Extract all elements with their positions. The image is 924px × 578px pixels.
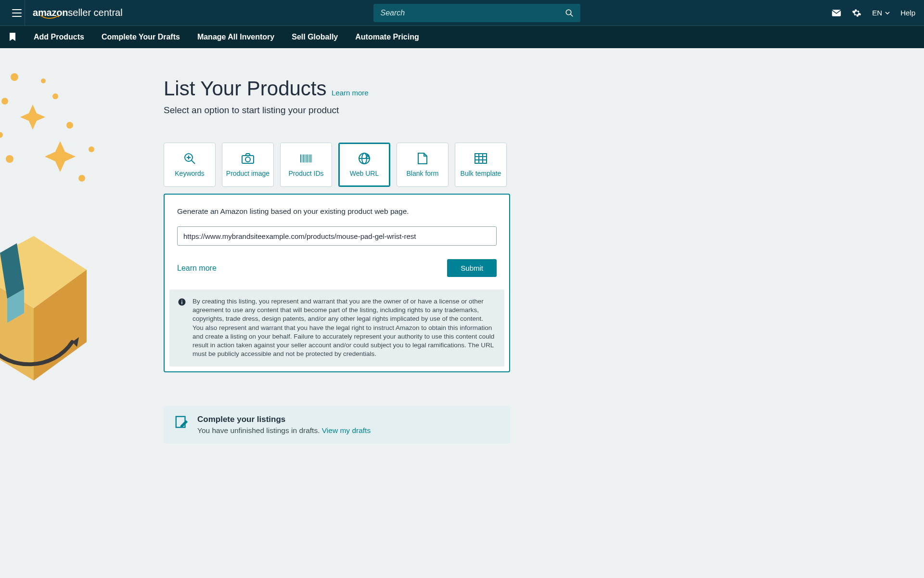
complete-sub: You have unfinished listings in drafts. … [197, 426, 371, 435]
view-drafts-link[interactable]: View my drafts [322, 426, 371, 434]
search-input[interactable] [373, 9, 558, 17]
svg-marker-16 [0, 243, 24, 299]
svg-point-23 [245, 157, 250, 162]
svg-line-19 [192, 160, 195, 164]
web-url-panel: Generate an Amazon listing based on your… [164, 194, 510, 372]
language-selector[interactable]: EN [872, 9, 890, 17]
svg-point-4 [11, 73, 18, 81]
option-label: Keywords [175, 170, 204, 177]
mail-button[interactable] [832, 9, 841, 17]
barcode-icon [300, 152, 312, 165]
logo[interactable]: amazon seller central [33, 7, 123, 18]
url-input[interactable] [177, 226, 497, 246]
svg-rect-25 [302, 155, 303, 163]
svg-point-12 [78, 175, 85, 182]
svg-rect-28 [307, 155, 308, 163]
nav-complete-drafts[interactable]: Complete Your Drafts [102, 33, 180, 41]
info-icon [178, 298, 186, 306]
complete-listings-card: Complete your listings You have unfinish… [164, 406, 510, 444]
bookmark-icon[interactable] [9, 32, 16, 42]
option-bulk-template[interactable]: Bulk template [455, 143, 507, 187]
decorative-illustration [0, 67, 125, 405]
svg-rect-31 [311, 155, 312, 163]
svg-rect-43 [181, 302, 182, 304]
submit-button[interactable]: Submit [447, 259, 497, 277]
form-prompt: Generate an Amazon listing based on your… [177, 207, 497, 216]
search-icon [565, 9, 574, 17]
search-button[interactable] [558, 4, 580, 22]
settings-button[interactable] [852, 8, 861, 18]
svg-point-10 [6, 155, 13, 163]
document-icon [416, 152, 429, 165]
learn-more-top-link[interactable]: Learn more [332, 89, 369, 97]
svg-rect-36 [475, 154, 487, 163]
menu-button[interactable] [9, 0, 25, 26]
svg-rect-27 [305, 155, 306, 163]
globe-icon [358, 152, 371, 165]
complete-title: Complete your listings [197, 415, 371, 424]
gear-icon [852, 8, 861, 18]
logo-suffix: seller central [68, 7, 122, 18]
language-label: EN [872, 9, 882, 17]
disclaimer-text: By creating this listing, you represent … [192, 297, 496, 359]
svg-line-1 [571, 14, 573, 16]
svg-point-11 [89, 146, 94, 152]
svg-point-5 [41, 79, 46, 83]
option-product-image[interactable]: Product image [222, 143, 274, 187]
svg-marker-17 [7, 289, 24, 323]
svg-marker-15 [34, 270, 87, 381]
option-label: Product image [226, 170, 270, 177]
page-subtitle: Select an option to start listing your p… [164, 105, 510, 116]
search-box [373, 4, 580, 22]
page-title: List Your Products [164, 77, 327, 100]
svg-point-6 [1, 98, 8, 105]
svg-marker-13 [0, 236, 87, 308]
camera-icon [242, 152, 254, 165]
sub-nav: Add Products Complete Your Drafts Manage… [0, 26, 924, 48]
svg-rect-24 [300, 155, 301, 163]
svg-rect-29 [308, 155, 309, 163]
option-keywords[interactable]: Keywords [164, 143, 216, 187]
svg-rect-30 [309, 155, 310, 163]
svg-marker-14 [0, 270, 34, 381]
nav-manage-inventory[interactable]: Manage All Inventory [197, 33, 274, 41]
option-label: Product IDs [288, 170, 323, 177]
option-web-url[interactable]: Web URL [338, 143, 390, 187]
svg-rect-26 [303, 155, 304, 163]
chevron-down-icon [885, 12, 890, 14]
option-label: Web URL [350, 170, 379, 177]
option-product-ids[interactable]: Product IDs [280, 143, 332, 187]
svg-rect-42 [181, 300, 182, 301]
help-link[interactable]: Help [900, 9, 915, 17]
option-blank-form[interactable]: Blank form [397, 143, 449, 187]
amazon-smile-icon [39, 15, 62, 20]
nav-sell-globally[interactable]: Sell Globally [292, 33, 338, 41]
hamburger-icon [12, 9, 22, 17]
svg-point-8 [0, 132, 3, 138]
mail-icon [832, 9, 841, 17]
option-label: Bulk template [461, 170, 501, 177]
grid-icon [475, 152, 487, 165]
edit-document-icon [174, 415, 189, 429]
top-header: amazon seller central [0, 0, 924, 26]
search-zoom-icon [183, 152, 196, 165]
learn-more-form-link[interactable]: Learn more [177, 264, 217, 273]
option-row: Keywords Product image Product IDs [164, 143, 510, 187]
disclaimer-box: By creating this listing, you represent … [169, 289, 504, 367]
nav-automate-pricing[interactable]: Automate Pricing [355, 33, 419, 41]
svg-point-9 [66, 122, 73, 129]
nav-add-products[interactable]: Add Products [34, 33, 84, 41]
svg-point-7 [52, 93, 58, 99]
option-label: Blank form [407, 170, 439, 177]
